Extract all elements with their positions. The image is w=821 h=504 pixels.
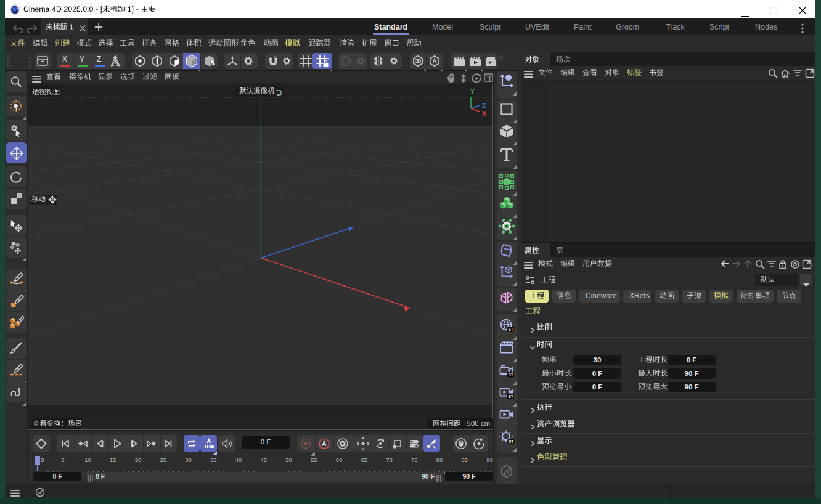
svg-text:Z: Z	[482, 102, 486, 109]
svg-text:Y: Y	[470, 87, 475, 95]
svg-text:ST: ST	[508, 327, 513, 331]
svg-text:X: X	[482, 110, 487, 117]
